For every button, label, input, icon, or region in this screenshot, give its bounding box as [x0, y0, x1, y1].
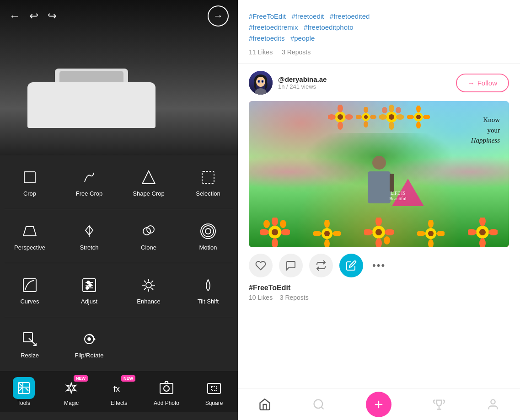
forward-button[interactable]: → — [208, 5, 229, 27]
hashtag-freetoeditphoto[interactable]: #freetoeditphoto — [304, 23, 353, 31]
like-button[interactable] — [249, 254, 273, 277]
svg-point-73 — [272, 238, 278, 247]
svg-point-16 — [146, 282, 151, 288]
tool-tab-magic[interactable]: NEW Magic — [53, 377, 90, 406]
svg-point-75 — [281, 229, 290, 235]
svg-point-95 — [417, 231, 425, 236]
svg-point-86 — [375, 218, 382, 226]
post-hashtag-label[interactable]: #FreeToEdit — [249, 284, 509, 292]
more-options-button[interactable]: ••• — [372, 260, 386, 271]
hashtag-freetoedit[interactable]: #FreeToEdit — [249, 12, 286, 20]
motion-icon — [198, 221, 218, 241]
square-tab-icon — [203, 377, 225, 399]
svg-line-21 — [144, 281, 146, 282]
svg-point-60 — [379, 114, 387, 120]
tool-tab-effects[interactable]: NEW fx Effects — [101, 377, 137, 406]
user-avatar[interactable] — [249, 71, 273, 95]
stats-row: 11 Likes 3 Reposts — [249, 48, 509, 56]
svg-point-67 — [416, 122, 421, 128]
tool-curves[interactable]: Curves — [0, 268, 59, 312]
svg-point-102 — [488, 229, 498, 235]
undo-button[interactable]: ↩ — [29, 10, 38, 22]
svg-point-47 — [338, 122, 343, 130]
svg-point-96 — [436, 231, 445, 236]
svg-point-61 — [396, 114, 404, 120]
repost-button[interactable] — [309, 254, 333, 277]
tool-adjust[interactable]: Adjust — [59, 268, 119, 312]
flower-border-bottom — [249, 211, 509, 247]
svg-line-22 — [151, 288, 153, 290]
tool-perspective[interactable]: Perspective — [0, 214, 59, 258]
follow-label: Follow — [477, 79, 497, 87]
svg-point-34 — [164, 386, 169, 391]
comment-button[interactable] — [279, 254, 303, 277]
tool-tilt-shift[interactable]: Tilt Shift — [178, 268, 238, 312]
follow-button[interactable]: → Follow — [456, 74, 509, 92]
tools-row-4: Resize Flip/Rotate — [0, 317, 238, 371]
nav-trophy[interactable] — [433, 398, 445, 411]
svg-line-24 — [144, 288, 146, 290]
tool-flip-rotate[interactable]: Flip/Rotate — [59, 322, 119, 366]
edit-button[interactable] — [339, 254, 363, 277]
tool-shape-crop[interactable]: Shape Crop — [119, 160, 178, 204]
avatar-inner — [249, 71, 273, 95]
tool-resize[interactable]: Resize — [0, 322, 59, 366]
back-button[interactable]: ← — [9, 10, 20, 22]
svg-point-65 — [416, 115, 421, 119]
hashtag-freetoedited[interactable]: #freetoedited — [330, 12, 370, 20]
svg-point-89 — [385, 229, 394, 235]
svg-line-23 — [151, 281, 153, 282]
right-panel: #FreeToEdit #freetoedit #freetoedited #f… — [238, 0, 520, 420]
svg-point-14 — [89, 284, 91, 287]
clone-icon — [139, 221, 159, 241]
svg-point-88 — [364, 229, 373, 235]
svg-point-46 — [338, 105, 343, 112]
nav-add-button[interactable] — [366, 392, 391, 417]
tool-crop[interactable]: Crop — [0, 160, 59, 204]
svg-point-90 — [384, 236, 390, 245]
svg-point-85 — [375, 229, 382, 235]
tool-motion[interactable]: Motion — [178, 214, 238, 258]
tool-selection[interactable]: Selection — [178, 160, 238, 204]
svg-point-57 — [389, 114, 394, 120]
tilt-shift-icon — [198, 275, 218, 295]
tools-row-2: Perspective Stretch Clone — [0, 209, 238, 263]
svg-point-71 — [272, 229, 278, 235]
enhance-icon — [139, 275, 159, 295]
follow-arrow: → — [468, 79, 475, 87]
tool-tab-add-photo[interactable]: Add Photo — [148, 377, 185, 406]
username[interactable]: @deryabina.ae — [278, 75, 327, 83]
figure-silhouette — [365, 156, 393, 211]
crop-icon — [20, 167, 40, 187]
nav-search[interactable] — [312, 398, 325, 411]
svg-point-72 — [272, 218, 278, 226]
reposts-count: 3 Reposts — [282, 48, 311, 56]
hashtag-freetoeditremix[interactable]: #freetoeditremix — [249, 23, 298, 31]
tool-tab-tools[interactable]: Tools — [5, 377, 42, 406]
svg-point-39 — [256, 77, 265, 87]
tool-clone[interactable]: Clone — [119, 214, 178, 258]
tools-row-1: Crop Free Crop Shape Crop — [0, 155, 238, 209]
svg-point-48 — [328, 114, 336, 120]
svg-point-6 — [203, 226, 214, 237]
svg-point-62 — [382, 107, 387, 113]
svg-point-27 — [88, 338, 91, 340]
plus-icon — [372, 398, 385, 411]
user-meta: @deryabina.ae 1h / 241 views — [278, 75, 327, 90]
redo-button[interactable]: ↪ — [48, 10, 57, 22]
tool-free-crop[interactable]: Free Crop — [59, 160, 119, 204]
hashtag-people[interactable]: #people — [290, 34, 315, 42]
hashtag-freetoedit2[interactable]: #freetoedit — [291, 12, 324, 20]
nav-left-group: ← ↩ ↪ — [9, 10, 57, 22]
tool-stretch[interactable]: Stretch — [59, 214, 119, 258]
svg-point-54 — [356, 115, 362, 119]
left-panel: ← ↩ ↪ → Crop — [0, 0, 238, 420]
nav-profile[interactable] — [487, 398, 499, 411]
svg-line-104 — [321, 407, 323, 409]
tool-enhance[interactable]: Enhance — [119, 268, 178, 312]
hashtag-freetoedits[interactable]: #freetoedits — [249, 34, 284, 42]
nav-home[interactable] — [258, 398, 271, 411]
post-reposts: 3 Reposts — [280, 294, 309, 301]
photo-area: ← ↩ ↪ → — [0, 0, 238, 155]
tool-tab-square[interactable]: Square — [196, 377, 232, 406]
